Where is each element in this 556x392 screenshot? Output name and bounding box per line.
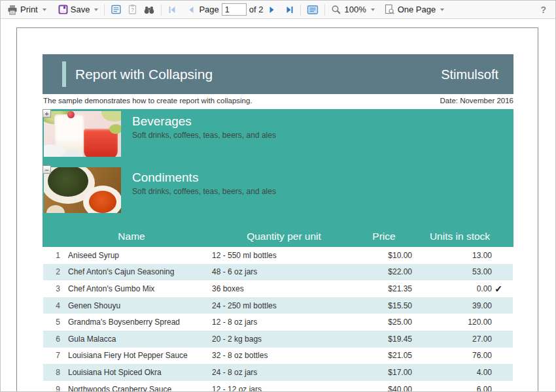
expand-toggle-icon[interactable]: +	[43, 109, 51, 118]
product-name: Chef Anton's Gumbo Mix	[60, 284, 212, 293]
condiments-image	[44, 167, 121, 213]
table-row: 4Genen Shouyu24 - 250 ml bottles$15.5039…	[43, 297, 513, 314]
zoom-value: 100%	[344, 5, 366, 14]
page-label: Page	[199, 5, 218, 14]
group-subtitle: Soft drinks, coffees, teas, beers, and a…	[132, 187, 276, 196]
row-number: 4	[43, 301, 60, 310]
units-in-stock-value: 120.00	[412, 318, 492, 327]
price-value: $40.00	[340, 385, 412, 392]
table-header-row: Name Quantity per unit Price Units in st…	[43, 225, 513, 247]
print-button[interactable]: Print	[5, 3, 49, 16]
help-button[interactable]: ?	[536, 5, 550, 15]
units-in-stock-value: 6.00	[412, 385, 492, 392]
toolbar-separator	[300, 4, 301, 16]
price-value: $15.50	[340, 301, 412, 310]
quantity-per-unit: 20 - 2 kg bags	[212, 335, 340, 344]
beverages-image	[44, 111, 121, 157]
column-header-units: Units in stock	[420, 231, 500, 242]
view-mode-button[interactable]: One Page	[381, 3, 447, 16]
table-row: 5Grandma's Boysenberry Spread12 - 8 oz j…	[43, 314, 513, 331]
price-value: $25.00	[340, 318, 412, 327]
print-label: Print	[20, 5, 38, 14]
next-page-icon	[268, 5, 276, 14]
chevron-down-icon	[94, 8, 98, 11]
price-value: $21.05	[340, 351, 412, 360]
units-in-stock-value: 13.00	[412, 251, 492, 260]
report-meta-row: The sample demonstrates how to create re…	[43, 97, 513, 105]
next-page-button[interactable]	[266, 4, 279, 16]
first-page-button-disabled	[165, 4, 179, 16]
table-row: 2Chef Anton's Cajun Seasoning48 - 6 oz j…	[43, 264, 513, 281]
category-band: + Beverages Soft drinks, coffees, teas, …	[43, 109, 513, 247]
price-value: $19.45	[340, 335, 412, 344]
product-name: Aniseed Syrup	[60, 251, 212, 260]
chevron-down-icon	[371, 8, 375, 11]
price-value: $17.00	[340, 368, 412, 377]
units-in-stock-value: 27.00	[412, 335, 492, 344]
page-number-input[interactable]	[222, 3, 247, 16]
product-name: Louisiana Fiery Hot Pepper Sauce	[60, 351, 212, 360]
toolbar-separator	[104, 4, 105, 16]
check-icon: ✓	[492, 284, 505, 294]
save-icon	[58, 5, 68, 14]
toolbar: Print Save	[1, 1, 555, 19]
panel-lines-icon	[307, 5, 319, 15]
document-lines-icon	[111, 4, 122, 15]
column-header-name: Name	[43, 231, 220, 242]
group-subtitle: Soft drinks, coffees, teas, beers, and a…	[132, 131, 276, 140]
table-row: 7Louisiana Fiery Hot Pepper Sauce32 - 8 …	[43, 348, 513, 365]
product-name: Louisiana Hot Spiced Okra	[60, 368, 212, 377]
chevron-down-icon	[440, 8, 444, 11]
price-value: $10.00	[340, 251, 412, 260]
collapse-toggle-icon[interactable]: −	[43, 165, 51, 174]
report-page: Report with Collapsing Stimulsoft The sa…	[16, 27, 538, 392]
table-row: 1Aniseed Syrup12 - 550 ml bottles$10.001…	[43, 247, 513, 264]
row-number: 7	[43, 351, 60, 360]
report-header-banner: Report with Collapsing Stimulsoft	[43, 54, 513, 94]
zoom-button[interactable]: 100%	[328, 3, 377, 16]
report-title: Report with Collapsing	[75, 67, 213, 82]
quantity-per-unit: 32 - 8 oz bottles	[212, 351, 340, 360]
save-label: Save	[71, 5, 90, 14]
accent-bar	[62, 61, 66, 87]
toolbar-separator	[161, 4, 162, 16]
group-beverages: + Beverages Soft drinks, coffees, teas, …	[44, 111, 276, 157]
units-in-stock-value: 0.00	[412, 284, 492, 293]
table-row: 8Louisiana Hot Spiced Okra24 - 8 oz jars…	[43, 364, 513, 381]
table-row: 9Northwoods Cranberry Sauce12 - 12 oz ja…	[43, 381, 513, 392]
binoculars-icon	[143, 5, 155, 15]
quantity-per-unit: 12 - 550 ml bottles	[212, 251, 340, 260]
view-mode-value: One Page	[398, 5, 436, 14]
units-in-stock-value: 76.00	[412, 351, 492, 360]
group-title: Condiments	[132, 170, 276, 186]
bookmarks-panel-button[interactable]	[304, 3, 321, 16]
page-total: of 2	[249, 5, 264, 14]
units-in-stock-value: 39.00	[412, 301, 492, 310]
clipboard-question-icon: ?	[127, 4, 138, 15]
report-viewer: Print Save	[0, 0, 556, 392]
group-condiments: − Condiments Soft drinks, coffees, teas,…	[44, 167, 276, 213]
toolbar-separator	[324, 4, 325, 16]
previous-page-icon	[187, 5, 195, 14]
save-button[interactable]: Save	[56, 3, 101, 16]
report-description: The sample demonstrates how to create re…	[43, 97, 252, 105]
report-date: Date: November 2016	[440, 97, 513, 105]
row-number: 5	[43, 318, 60, 327]
last-page-button[interactable]	[283, 4, 297, 16]
row-number: 8	[43, 368, 60, 377]
quantity-per-unit: 24 - 8 oz jars	[212, 368, 340, 377]
svg-text:?: ?	[131, 7, 134, 13]
find-button[interactable]	[141, 3, 158, 16]
product-name: Gula Malacca	[60, 335, 212, 344]
product-name: Chef Anton's Cajun Seasoning	[60, 267, 212, 276]
magnifier-icon	[331, 5, 341, 15]
table-row: 3Chef Anton's Gumbo Mix36 boxes$21.350.0…	[43, 280, 513, 297]
chevron-down-icon	[43, 8, 46, 11]
table-body: 1Aniseed Syrup12 - 550 ml bottles$10.001…	[43, 247, 513, 392]
parameters-panel-button[interactable]	[108, 3, 124, 16]
units-in-stock-value: 53.00	[412, 267, 492, 276]
condiments-thumbnail: −	[44, 167, 121, 213]
last-page-icon	[285, 5, 294, 14]
group-title: Beverages	[132, 114, 276, 129]
table-row: 6Gula Malacca20 - 2 kg bags$19.4527.00	[43, 331, 513, 348]
